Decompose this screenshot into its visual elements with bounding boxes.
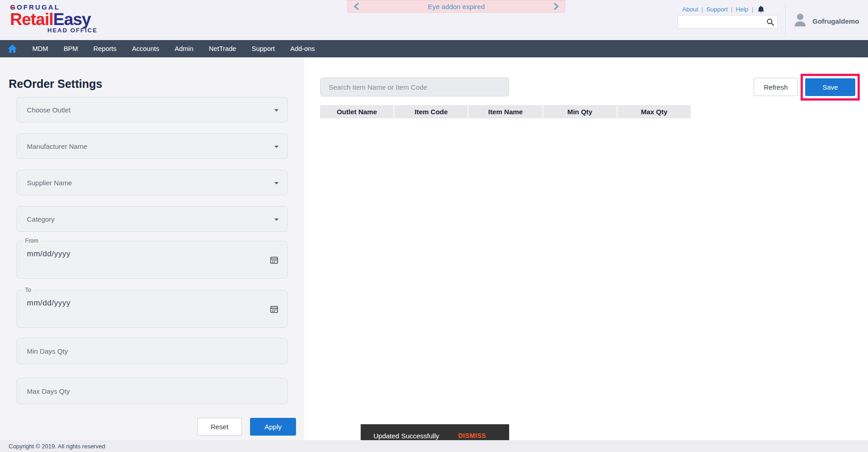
link-separator: | xyxy=(751,6,753,13)
page-title: ReOrder Settings xyxy=(9,77,102,91)
max-days-qty-input[interactable]: Max Days Qty xyxy=(16,378,288,404)
to-date-label: To xyxy=(22,287,34,293)
logo-brand-text: GOFRUGAL xyxy=(10,3,115,11)
dropdown-category[interactable]: Category xyxy=(16,206,288,232)
header-search-input[interactable] xyxy=(678,15,777,28)
header-search-box xyxy=(678,15,778,29)
caret-down-icon xyxy=(274,178,279,187)
refresh-button[interactable]: Refresh xyxy=(754,78,798,96)
nav-item-bpm[interactable]: BPM xyxy=(56,40,86,57)
page-footer: Copyright © 2019. All rights reserved xyxy=(0,440,868,452)
from-date-field[interactable]: From mm/dd/yyyy xyxy=(16,238,288,279)
dropdown-supplier-name[interactable]: Supplier Name xyxy=(16,170,288,195)
nav-item-reports[interactable]: Reports xyxy=(86,40,124,57)
min-days-qty-input[interactable]: Min Days Qty xyxy=(16,338,288,364)
filter-sidebar: ReOrder Settings Choose Outlet Manufactu… xyxy=(0,57,304,440)
main-nav: MDM BPM Reports Accounts Admin NetTrade … xyxy=(0,40,868,57)
about-link[interactable]: About xyxy=(682,6,698,13)
save-button[interactable]: Save xyxy=(805,78,855,96)
dropdown-manufacturer-name[interactable]: Manufacturer Name xyxy=(16,133,288,159)
dropdown-label: Category xyxy=(27,215,55,223)
column-header-max-qty: Max Qty xyxy=(618,105,691,118)
support-link[interactable]: Support xyxy=(706,6,728,13)
column-header-item-code: Item Code xyxy=(394,105,469,118)
max-days-qty-label: Max Days Qty xyxy=(27,387,70,395)
reset-button[interactable]: Reset xyxy=(197,418,242,436)
to-date-field[interactable]: To mm/dd/yyyy xyxy=(16,287,288,328)
avatar-icon xyxy=(793,12,807,30)
chevron-left-icon[interactable] xyxy=(353,3,360,10)
apply-button[interactable]: Apply xyxy=(250,418,296,436)
caret-down-icon xyxy=(274,215,279,223)
nav-item-accounts[interactable]: Accounts xyxy=(124,40,167,57)
header-links: About | Support | Help | xyxy=(682,5,765,13)
link-separator: | xyxy=(731,6,733,13)
caret-down-icon xyxy=(274,142,279,150)
min-days-qty-label: Min Days Qty xyxy=(27,347,68,355)
snackbar-dismiss-button[interactable]: DISMISS xyxy=(458,432,486,439)
nav-item-nettrade[interactable]: NetTrade xyxy=(201,40,244,57)
help-link[interactable]: Help xyxy=(736,6,749,13)
username-label: Gofrugaldemo xyxy=(812,17,859,25)
item-search-input[interactable] xyxy=(320,77,509,96)
from-date-input[interactable]: mm/dd/yyyy xyxy=(27,249,287,259)
snackbar-message: Updated Successfully xyxy=(373,432,439,440)
column-header-outlet-name: Outlet Name xyxy=(320,105,394,118)
app-header: GOFRUGAL RetailEasy HEAD OFFICE Eye addo… xyxy=(0,0,868,40)
search-icon[interactable] xyxy=(766,18,774,28)
column-header-min-qty: Min Qty xyxy=(543,105,618,118)
nav-item-admin[interactable]: Admin xyxy=(167,40,201,57)
dropdown-label: Manufacturer Name xyxy=(27,142,87,150)
user-menu[interactable]: Gofrugaldemo xyxy=(793,12,859,30)
dropdown-choose-outlet[interactable]: Choose Outlet xyxy=(16,97,288,122)
banner-message: Eye addon expired xyxy=(360,3,553,10)
logo-head-office-label: HEAD OFFICE xyxy=(47,27,115,34)
bell-icon[interactable] xyxy=(757,5,765,13)
caret-down-icon xyxy=(274,106,279,114)
header-divider xyxy=(785,3,786,37)
logo-g-crossbar xyxy=(10,7,15,8)
nav-item-addons[interactable]: Add-ons xyxy=(282,40,322,57)
from-date-label: From xyxy=(22,238,41,244)
dropdown-label: Choose Outlet xyxy=(27,106,71,114)
app-logo[interactable]: GOFRUGAL RetailEasy HEAD OFFICE xyxy=(10,3,115,34)
logo-product-text: RetailEasy xyxy=(10,11,115,28)
nav-item-support[interactable]: Support xyxy=(244,40,283,57)
column-header-item-name: Item Name xyxy=(469,105,543,118)
copyright-text: Copyright © 2019. All rights reserved xyxy=(9,443,105,450)
nav-item-mdm[interactable]: MDM xyxy=(25,40,56,57)
items-table-header: Outlet Name Item Code Item Name Min Qty … xyxy=(320,105,691,118)
dropdown-label: Supplier Name xyxy=(27,179,72,187)
calendar-icon[interactable] xyxy=(270,305,278,315)
link-separator: | xyxy=(701,6,703,13)
to-date-input[interactable]: mm/dd/yyyy xyxy=(27,299,287,308)
chevron-right-icon[interactable] xyxy=(553,3,559,10)
notification-banner: Eye addon expired xyxy=(347,0,565,13)
calendar-icon[interactable] xyxy=(270,256,278,266)
home-icon[interactable] xyxy=(0,44,25,53)
